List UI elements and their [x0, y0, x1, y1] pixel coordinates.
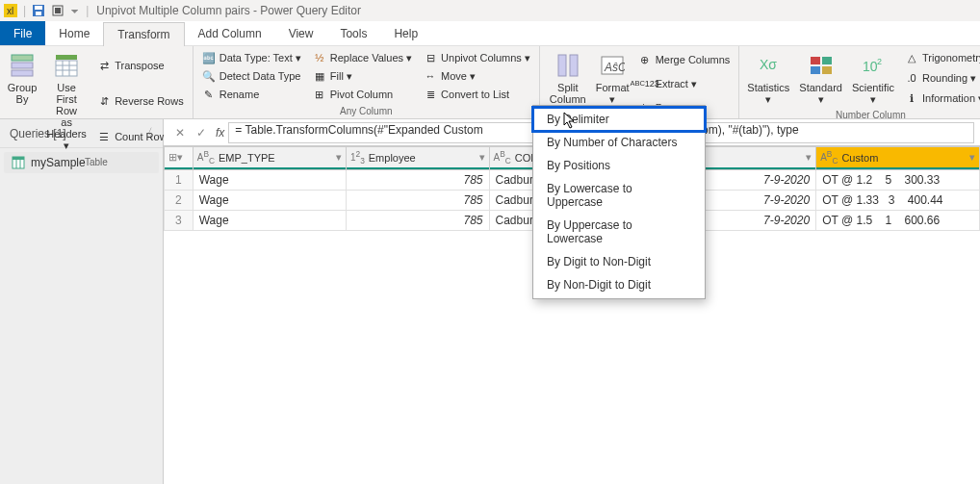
svg-rect-17 [570, 55, 578, 76]
standard-button[interactable]: Standard▾ [794, 48, 847, 108]
svg-rect-3 [35, 6, 42, 10]
cell-custom[interactable]: OT @ 1.33 3 400.44 [816, 191, 980, 211]
rename-button[interactable]: ✎Rename [199, 86, 304, 103]
info-icon: ℹ [905, 91, 918, 105]
svg-rect-7 [12, 55, 33, 61]
divider: | [23, 4, 26, 17]
statistics-label: Statistics▾ [747, 82, 789, 105]
svg-rect-16 [558, 55, 566, 76]
reverse-rows-button[interactable]: ⇵Reverse Rows [94, 92, 187, 110]
menu-tools[interactable]: Tools [326, 21, 380, 45]
cell-emp-type[interactable]: Wage [193, 191, 346, 211]
merge-columns-button[interactable]: ⊕Merge Columns [635, 51, 734, 68]
scientific-button[interactable]: 102 Scientific▾ [847, 48, 899, 108]
divider: | [86, 4, 89, 17]
rounding-button[interactable]: .0Rounding ▾ [902, 69, 980, 87]
menu-home[interactable]: Home [45, 21, 103, 45]
formula-cancel-button[interactable]: ✕ [169, 122, 191, 143]
split-by-nondigit-digit[interactable]: By Non-Digit to Digit [533, 273, 705, 296]
cell-emp-type[interactable]: Wage [193, 170, 346, 191]
standard-label: Standard▾ [799, 82, 842, 105]
statistics-button[interactable]: Xσ Statistics▾ [742, 48, 794, 108]
menu-file[interactable]: File [0, 21, 45, 45]
app-icon: xl [4, 4, 17, 17]
scientific-icon: 102 [859, 51, 888, 80]
menu-help[interactable]: Help [380, 21, 431, 45]
split-by-delimiter[interactable]: By Delimiter [533, 108, 705, 131]
count-icon: ☰ [97, 130, 111, 143]
ribbon: GroupBy Use First Rowas Headers ▾ ⇄Trans… [0, 46, 980, 119]
information-button[interactable]: ℹInformation ▾ [902, 89, 980, 107]
move-button[interactable]: ↔Move ▾ [421, 67, 533, 85]
refresh-icon[interactable] [51, 4, 64, 17]
split-by-number-chars[interactable]: By Number of Characters [533, 131, 705, 154]
column-header-employee[interactable]: 123Employee▾ [346, 147, 489, 170]
cell-custom[interactable]: OT @ 1.2 5 300.33 [816, 170, 980, 191]
extract-button[interactable]: ABC123Extract ▾ [635, 75, 734, 92]
trig-button[interactable]: △Trigonometry ▾ [902, 49, 980, 66]
fill-button[interactable]: ▦Fill ▾ [310, 67, 415, 85]
cell-employee[interactable]: 785 [346, 170, 489, 191]
row-number: 1 [165, 170, 193, 191]
split-by-upper-lower[interactable]: By Uppercase to Lowercase [533, 214, 705, 250]
menu-transform[interactable]: Transform [103, 22, 184, 46]
column-dropdown-icon[interactable]: ▾ [969, 151, 975, 164]
column-dropdown-icon[interactable]: ▾ [806, 151, 812, 164]
data-type-button[interactable]: 🔤Data Type: Text ▾ [199, 49, 304, 66]
menu-add-column[interactable]: Add Column [185, 21, 275, 45]
cell-employee[interactable]: 785 [346, 191, 489, 211]
column-header-custom[interactable]: ABCCustom▾ [816, 147, 980, 170]
split-column-dropdown: By Delimiter By Number of Characters By … [532, 105, 706, 299]
group-by-button[interactable]: GroupBy [3, 48, 41, 155]
svg-rect-9 [12, 70, 33, 76]
ribbon-group-any-column-label: Any Column [196, 104, 536, 118]
fx-label: fx [216, 126, 224, 140]
standard-icon [807, 51, 836, 80]
cell-employee[interactable]: 785 [346, 211, 489, 231]
pivot-icon: ⊞ [313, 88, 326, 101]
grid-corner[interactable]: ⊞▾ [165, 147, 193, 170]
ribbon-group-table: GroupBy Use First Rowas Headers ▾ ⇄Trans… [0, 46, 193, 118]
main-area: ✕ ✓ fx = Table.TransformColumns(#"Expand… [164, 119, 980, 484]
ribbon-group-number-column: Xσ Statistics▾ Standard▾ 102 Scientific▾… [738, 46, 980, 118]
column-dropdown-icon[interactable]: ▾ [336, 151, 342, 164]
svg-rect-21 [811, 57, 820, 64]
svg-rect-11 [56, 61, 77, 76]
queries-pane: Queries [1] 〈 mySample [0, 119, 164, 484]
detect-data-type-button[interactable]: 🔍Detect Data Type [199, 67, 304, 85]
menu-view[interactable]: View [275, 21, 327, 45]
pivot-column-button[interactable]: ⊞Pivot Column [310, 86, 415, 103]
ribbon-group-table-label: Table [3, 155, 190, 169]
replace-icon: ½ [313, 51, 326, 64]
svg-text:AŝC: AŝC [604, 61, 625, 74]
number-type-icon: 123 [350, 149, 365, 166]
svg-text:xl: xl [7, 6, 13, 16]
split-by-lower-upper[interactable]: By Lowercase to Uppercase [533, 177, 705, 214]
convert-icon: ≣ [424, 88, 437, 101]
svg-rect-24 [822, 66, 832, 74]
convert-list-button[interactable]: ≣Convert to List [421, 86, 533, 103]
split-by-positions[interactable]: By Positions [533, 154, 705, 177]
detect-icon: 🔍 [202, 69, 216, 83]
replace-values-button[interactable]: ½Replace Values ▾ [310, 49, 415, 66]
cell-custom[interactable]: OT @ 1.5 1 600.66 [816, 211, 980, 231]
statistics-icon: Xσ [754, 51, 783, 80]
column-dropdown-icon[interactable]: ▾ [479, 151, 485, 164]
first-row-icon [52, 51, 81, 80]
trig-icon: △ [905, 51, 918, 64]
column-header-emp-type[interactable]: ABCEMP_TYPE▾ [193, 147, 346, 170]
transpose-icon: ⇄ [97, 59, 111, 72]
formula-accept-button[interactable]: ✓ [191, 122, 212, 143]
transpose-button[interactable]: ⇄Transpose [94, 57, 187, 74]
use-first-row-button[interactable]: Use First Rowas Headers ▾ [41, 48, 91, 155]
save-icon[interactable] [32, 4, 45, 17]
group-by-label: GroupBy [8, 82, 38, 105]
qat-dropdown[interactable]: ⏷ [70, 6, 80, 16]
text-type-icon: ABC [820, 149, 838, 166]
split-by-digit-nondigit[interactable]: By Digit to Non-Digit [533, 250, 705, 273]
unpivot-button[interactable]: ⊟Unpivot Columns ▾ [421, 49, 533, 66]
cell-emp-type[interactable]: Wage [193, 211, 346, 231]
format-icon: AŝC [598, 51, 627, 80]
svg-rect-22 [822, 57, 832, 64]
data-type-icon: 🔤 [202, 51, 216, 64]
